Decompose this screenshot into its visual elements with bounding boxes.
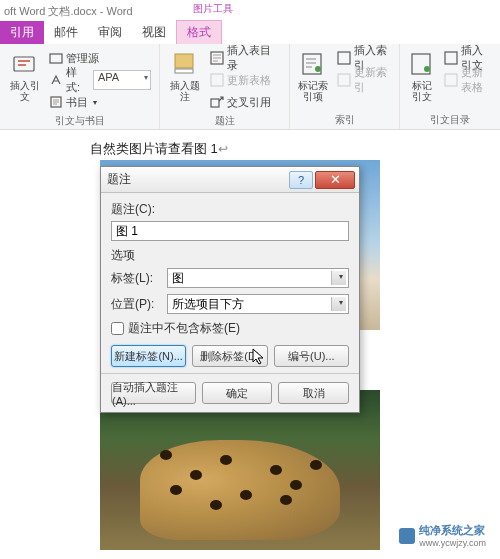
mark-entry-button[interactable]: 标记索引项 bbox=[296, 48, 331, 104]
exclude-label-checkbox[interactable] bbox=[111, 322, 124, 335]
update-index-button[interactable]: 更新索引 bbox=[335, 70, 393, 90]
svg-point-13 bbox=[424, 66, 430, 72]
ribbon-group-captions: 插入题注 插入表目录 更新表格 交叉引用 题注 bbox=[160, 44, 290, 129]
ok-button[interactable]: 确定 bbox=[202, 382, 273, 404]
ribbon-tabstrip: 引用 邮件 审阅 视图 格式 bbox=[0, 22, 500, 44]
svg-rect-10 bbox=[338, 52, 350, 64]
citation-icon bbox=[11, 50, 39, 78]
dialog-titlebar[interactable]: 题注 ? ✕ bbox=[101, 167, 359, 193]
insert-citation-button[interactable]: 插入引文 bbox=[6, 48, 43, 112]
update-table-button[interactable]: 更新表格 bbox=[208, 70, 283, 90]
watermark-url: www.ycwjzy.com bbox=[419, 538, 486, 548]
svg-rect-6 bbox=[211, 74, 223, 86]
svg-rect-1 bbox=[50, 54, 62, 63]
document-text: 自然类图片请查看图 1 bbox=[90, 141, 218, 156]
svg-rect-11 bbox=[338, 74, 350, 86]
label-dropdown[interactable]: 图 bbox=[167, 268, 349, 288]
exclude-label-checkbox-row[interactable]: 题注中不包含标签(E) bbox=[111, 320, 349, 337]
position-dropdown[interactable]: 所选项目下方 bbox=[167, 294, 349, 314]
insert-toa-icon bbox=[444, 51, 458, 65]
caption-field-label: 题注(C): bbox=[111, 201, 349, 218]
window-titlebar: oft Word 文档.docx - Word bbox=[0, 0, 500, 22]
update-index-icon bbox=[337, 73, 351, 87]
insert-caption-button[interactable]: 插入题注 bbox=[166, 48, 204, 112]
insert-tof-button[interactable]: 插入表目录 bbox=[208, 48, 283, 68]
manage-sources-icon bbox=[49, 51, 63, 65]
auto-caption-button[interactable]: 自动插入题注(A)... bbox=[111, 382, 196, 404]
image-leopard[interactable] bbox=[100, 390, 380, 550]
svg-rect-4 bbox=[175, 69, 193, 73]
style-dropdown[interactable]: 样式: APA bbox=[47, 70, 153, 90]
svg-rect-14 bbox=[445, 52, 457, 64]
mark-citation-button[interactable]: 标记引文 bbox=[406, 48, 438, 104]
tab-review[interactable]: 审阅 bbox=[88, 21, 132, 44]
manage-sources-button[interactable]: 管理源 bbox=[47, 48, 153, 68]
caption-input[interactable] bbox=[111, 221, 349, 241]
mark-citation-icon bbox=[408, 50, 436, 78]
new-label-button[interactable]: 新建标签(N)... bbox=[111, 345, 186, 367]
delete-label-button[interactable]: 删除标签(D) bbox=[192, 345, 267, 367]
ribbon: 插入引文 管理源 样式: APA 书目▾ 引文与书目 bbox=[0, 44, 500, 130]
dialog-help-button[interactable]: ? bbox=[289, 171, 313, 189]
svg-rect-0 bbox=[14, 57, 34, 71]
ribbon-group-toa: 标记引文 插入引文 更新表格 引文目录 bbox=[400, 44, 500, 129]
mark-entry-icon bbox=[299, 50, 327, 78]
cross-ref-icon bbox=[210, 95, 224, 109]
ribbon-group-index: 标记索引项 插入索引 更新索引 索引 bbox=[290, 44, 400, 129]
options-section-label: 选项 bbox=[111, 247, 349, 264]
ribbon-group-citations: 插入引文 管理源 样式: APA 书目▾ 引文与书目 bbox=[0, 44, 160, 129]
watermark: 纯净系统之家 www.ycwjzy.com bbox=[393, 520, 492, 551]
tab-format[interactable]: 格式 bbox=[176, 20, 222, 44]
dialog-title: 题注 bbox=[105, 171, 289, 188]
caption-dialog: 题注 ? ✕ 题注(C): 选项 标签(L): 图 位置(P): 所选项目下方 … bbox=[100, 166, 360, 413]
caption-icon bbox=[171, 50, 199, 78]
watermark-text: 纯净系统之家 bbox=[419, 523, 486, 538]
cancel-button[interactable]: 取消 bbox=[278, 382, 349, 404]
dialog-close-button[interactable]: ✕ bbox=[315, 171, 355, 189]
svg-rect-7 bbox=[211, 99, 219, 107]
watermark-logo-icon bbox=[399, 528, 415, 544]
cross-ref-button[interactable]: 交叉引用 bbox=[208, 92, 283, 112]
label-field-label: 标签(L): bbox=[111, 270, 161, 287]
tab-citation[interactable]: 引用 bbox=[0, 21, 44, 44]
numbering-button[interactable]: 编号(U)... bbox=[274, 345, 349, 367]
tab-view[interactable]: 视图 bbox=[132, 21, 176, 44]
position-field-label: 位置(P): bbox=[111, 296, 161, 313]
bibliography-button[interactable]: 书目▾ bbox=[47, 92, 153, 112]
contextual-tab-group-label: 图片工具 bbox=[193, 2, 233, 16]
update-toa-icon bbox=[444, 73, 458, 87]
tab-mail[interactable]: 邮件 bbox=[44, 21, 88, 44]
svg-rect-3 bbox=[175, 54, 193, 68]
tof-icon bbox=[210, 51, 224, 65]
insert-index-icon bbox=[337, 51, 351, 65]
style-icon bbox=[49, 73, 63, 87]
svg-rect-15 bbox=[445, 74, 457, 86]
document-title: oft Word 文档.docx - Word bbox=[4, 4, 133, 19]
bibliography-icon bbox=[49, 95, 63, 109]
update-icon bbox=[210, 73, 224, 87]
svg-point-9 bbox=[315, 66, 321, 72]
update-toa-button[interactable]: 更新表格 bbox=[442, 70, 494, 90]
